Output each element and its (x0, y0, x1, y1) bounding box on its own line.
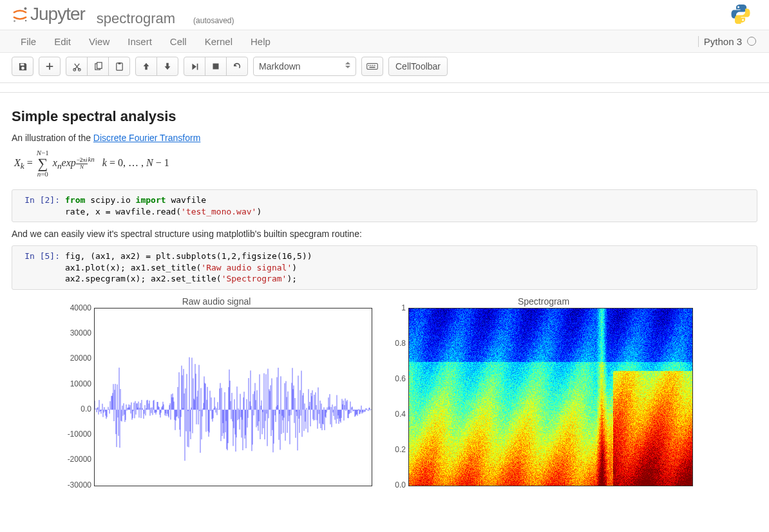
menu-kernel[interactable]: Kernel (196, 31, 242, 52)
axis-tick: 0.0 (395, 480, 408, 488)
add-cell-button[interactable] (39, 57, 61, 76)
repeat-icon (233, 62, 242, 71)
axis-tick: 40000 (70, 303, 94, 312)
paste-button[interactable] (108, 57, 130, 76)
menu-insert[interactable]: Insert (119, 31, 161, 52)
axis-tick: -20000 (68, 455, 94, 464)
notebook-area[interactable]: Simple spectral analysis An illustration… (0, 92, 769, 488)
arrow-down-icon (163, 62, 172, 71)
command-palette-button[interactable] (361, 57, 383, 76)
svg-rect-14 (374, 65, 375, 66)
axis-tick: 20000 (70, 354, 94, 363)
cell-prompt: In [2]: (15, 193, 65, 219)
kernel-name: Python 3 (704, 36, 742, 47)
markdown-cell-2[interactable]: And we can easily view it's spectral str… (12, 229, 757, 239)
save-icon (18, 62, 28, 71)
paste-icon (115, 62, 124, 71)
header-bar: Jupyter spectrogram (autosaved) (0, 0, 769, 30)
code-cell-1[interactable]: In [2]: from scipy.io import wavfile rat… (12, 189, 757, 222)
arrow-up-icon (142, 62, 151, 71)
interrupt-button[interactable] (205, 57, 227, 76)
cut-button[interactable] (66, 57, 88, 76)
output-plots: Raw audio signal 400003000020000100000.0… (12, 296, 757, 488)
plus-icon (45, 62, 54, 71)
svg-rect-8 (118, 62, 120, 64)
step-forward-icon (191, 62, 199, 71)
copy-button[interactable] (87, 57, 109, 76)
axis-tick: 0.8 (395, 339, 408, 348)
stop-icon (212, 62, 220, 70)
menu-file[interactable]: File (12, 31, 45, 52)
scissors-icon (72, 62, 82, 71)
kernel-indicator: Python 3 (698, 36, 757, 47)
menu-edit[interactable]: Edit (45, 31, 80, 52)
spectrogram-canvas (408, 308, 693, 486)
menu-help[interactable]: Help (242, 31, 280, 52)
brand-text: Jupyter (30, 4, 85, 24)
run-button[interactable] (184, 57, 205, 76)
cell-input[interactable]: fig, (ax1, ax2) = plt.subplots(1,2,figsi… (65, 249, 754, 287)
plot-title: Raw audio signal (62, 296, 371, 307)
cell-type-select[interactable]: Markdown (253, 57, 356, 76)
svg-rect-9 (213, 64, 219, 70)
page-title: Simple spectral analysis (12, 108, 757, 125)
kernel-idle-icon (747, 37, 756, 46)
intro-line: An illustration of the Discrete Fourier … (12, 133, 757, 143)
axis-tick: 30000 (70, 328, 94, 337)
waveform-canvas (94, 308, 372, 486)
markdown-cell-1[interactable]: Simple spectral analysis An illustration… (12, 108, 757, 178)
cell-input[interactable]: from scipy.io import wavfile rate, x = w… (65, 193, 754, 219)
menu-view[interactable]: View (80, 31, 119, 52)
jupyter-planet-icon (12, 6, 28, 23)
celltoolbar-button[interactable]: CellToolbar (388, 57, 448, 76)
axis-tick: 10000 (70, 379, 94, 388)
axis-tick: 0.2 (395, 445, 408, 454)
equation: Xk = N−1∑n=0 xnexp−2πiNkn k = 0, … , N −… (14, 149, 757, 178)
dft-link[interactable]: Discrete Fourier Transform (93, 133, 200, 143)
svg-rect-6 (97, 62, 102, 68)
menu-bar: File Edit View Insert Cell Kernel Help P… (0, 30, 769, 53)
move-down-button[interactable] (157, 57, 178, 76)
svg-rect-10 (367, 64, 378, 70)
svg-rect-15 (370, 67, 375, 68)
svg-rect-11 (368, 65, 370, 66)
axis-tick: -10000 (68, 430, 94, 439)
cell-type-value: Markdown (259, 61, 301, 71)
plot-raw-audio: Raw audio signal 400003000020000100000.0… (62, 296, 371, 488)
notebook-name[interactable]: spectrogram (97, 10, 175, 27)
svg-rect-13 (372, 65, 374, 66)
svg-point-2 (25, 20, 26, 21)
svg-point-1 (14, 20, 15, 22)
keyboard-icon (366, 62, 378, 70)
celltoolbar-label: CellToolbar (395, 61, 441, 71)
axis-tick: 0.4 (395, 410, 408, 419)
plot-spectrogram: Spectrogram 10.80.60.40.20.0 (389, 296, 698, 488)
copy-icon (93, 62, 103, 71)
save-button[interactable] (12, 57, 33, 76)
python-logo-icon (730, 3, 751, 26)
autosave-label: (autosaved) (193, 16, 234, 25)
plot-title: Spectrogram (389, 296, 698, 307)
cell-prompt: In [5]: (15, 249, 65, 287)
restart-button[interactable] (226, 57, 248, 76)
svg-point-0 (24, 7, 27, 10)
axis-tick: 0.6 (395, 374, 408, 383)
menu-cell[interactable]: Cell (161, 31, 196, 52)
axis-tick: 0.0 (81, 404, 94, 413)
mid-text: And we can easily view it's spectral str… (12, 229, 757, 239)
svg-rect-12 (370, 65, 372, 66)
axis-tick: -30000 (68, 480, 94, 488)
toolbar: Markdown CellToolbar (0, 53, 769, 83)
axis-tick: 1 (401, 303, 408, 312)
intro-prefix: An illustration of the (12, 133, 93, 143)
jupyter-logo[interactable]: Jupyter (12, 4, 85, 24)
move-up-button[interactable] (135, 57, 157, 76)
code-cell-2[interactable]: In [5]: fig, (ax1, ax2) = plt.subplots(1… (12, 245, 757, 290)
